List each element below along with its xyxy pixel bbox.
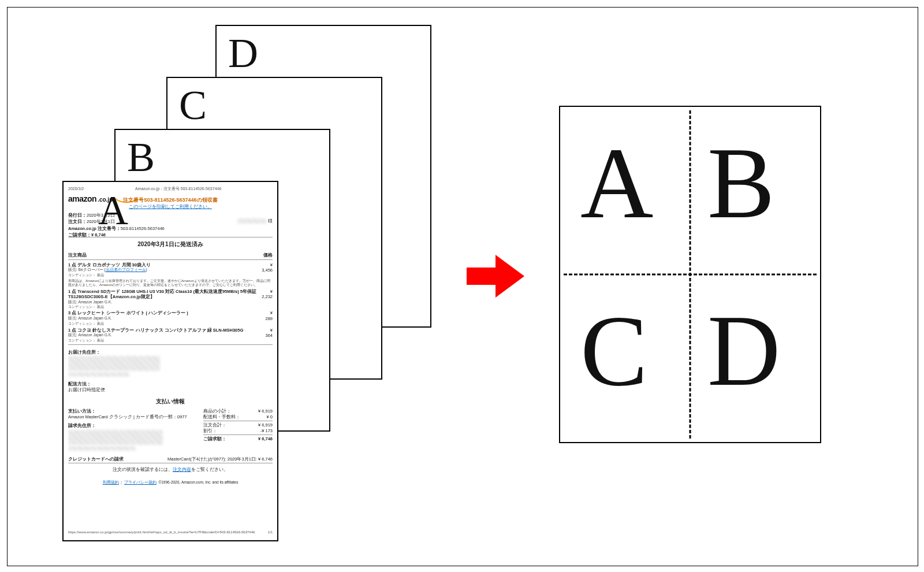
- order-item: 1 点 コクヨ 針なしステープラー ハリナックス コンパクトアルファ 緑 SLN…: [68, 328, 273, 339]
- item-currency: ¥: [270, 310, 273, 315]
- page-label-c: C: [179, 81, 207, 129]
- grand-label: ご請求額：: [203, 436, 226, 441]
- page-stack: D C B A 2020/3/2 Amazon.co.jp - 注文番号 503…: [62, 25, 432, 551]
- order-date-label: 注文日：: [68, 219, 87, 224]
- shipping-label: 配送料・手数料：: [203, 414, 240, 419]
- item-name: 1 点 コクヨ 針なしステープラー ハリナックス コンパクトアルファ 緑 SLN…: [68, 328, 243, 333]
- payment-heading: 支払い情報: [68, 398, 273, 406]
- order-details-link: 注文内容: [173, 467, 191, 472]
- item-condition: コンディション： 新品: [68, 339, 273, 343]
- amazon-logo-text: amazon: [68, 194, 96, 205]
- sample-receipt: 2020/3/2 Amazon.co.jp - 注文番号 503-8114526…: [68, 187, 273, 536]
- fold-line-horizontal: [564, 274, 817, 276]
- cc-charge-value: MasterCard(下4けた)が0977): 2020年3月1日: ¥ 6,7…: [167, 456, 273, 462]
- ship-to-redacted: [68, 356, 160, 371]
- item-seller: 販売: Amazon Japan G.K.: [68, 300, 258, 304]
- seller-profile-link: 出品者のプロフィール: [106, 268, 146, 272]
- bill-to-redacted-2: [68, 446, 136, 451]
- confirm-suffix: をご覧ください。: [191, 467, 228, 472]
- footer-sep: |: [121, 480, 122, 484]
- billed-label: ご請求額：: [68, 232, 91, 237]
- order-item: 3 点 レックヒート シーラー ホワイト ( ハンディシーラー ) 販売: Am…: [68, 310, 273, 321]
- item-price: 3,456: [262, 268, 273, 273]
- shipping-value: ¥ 0: [267, 414, 273, 419]
- diagram-frame: D C B A 2020/3/2 Amazon.co.jp - 注文番号 503…: [7, 7, 918, 566]
- item-currency: ¥: [270, 328, 273, 333]
- receipt-header-center: Amazon.co.jp - 注文番号 503-8114526-5637446: [135, 187, 221, 192]
- item-seller-prefix: 販売: Beクローバー (: [68, 268, 106, 272]
- subtotal-value: ¥ 6,919: [258, 408, 273, 414]
- customer-name-redacted: xxxx: [237, 218, 267, 224]
- copyright-text: ©1996-2020, Amazon.com, Inc. and its aff…: [158, 480, 238, 484]
- item-currency: ¥: [270, 262, 273, 268]
- bill-to-label: 請求先住所：: [68, 423, 96, 428]
- item-condition: コンディション： 新品: [68, 273, 273, 278]
- cc-charge-label: クレジットカードへの請求: [68, 456, 124, 462]
- receipt-print-date: 2020/3/2: [68, 187, 84, 192]
- discount-value: -¥ 173: [260, 428, 273, 433]
- item-name: 3 点 レックヒート シーラー ホワイト ( ハンディシーラー ): [68, 310, 188, 315]
- page-label-d: D: [228, 29, 258, 77]
- discount-label: 割引：: [203, 428, 217, 433]
- subtotal-label: 商品の小計：: [203, 408, 231, 414]
- page-number: 1/1: [268, 530, 273, 535]
- item-name: 1 点 デルタ ロカボナッツ 月間 30袋入り: [68, 262, 151, 268]
- combined-page: A B C D: [559, 106, 821, 443]
- privacy-link: プライバシー規約: [124, 480, 157, 484]
- grand-value: ¥ 6,746: [258, 436, 273, 441]
- quadrant-label-b: B: [707, 133, 775, 234]
- footer-url: https://www.amazon.co.jp/gp/css/summary/…: [68, 530, 255, 535]
- order-total-label: 注文合計：: [203, 422, 226, 428]
- item-condition: コンディション： 新品: [68, 305, 273, 310]
- ship-method-label: 配送方法：: [68, 381, 273, 387]
- confirm-prefix: 注文の状況を確認するには、: [113, 467, 173, 472]
- page-label-b: B: [127, 133, 155, 181]
- item-price: 289: [265, 316, 273, 321]
- arrow-icon: [464, 250, 527, 302]
- quadrant-label-a: A: [580, 133, 653, 234]
- col-price: 価格: [263, 252, 273, 258]
- order-item: 1 点 Transcend SDカード 128GB UHS-I U3 V30 対…: [68, 289, 273, 304]
- item-price: 2,232: [262, 294, 273, 299]
- order-total-value: ¥ 6,919: [258, 422, 273, 428]
- item-name: 1 点 Transcend SDカード 128GB UHS-I U3 V30 対…: [68, 289, 256, 299]
- quadrant-label-c: C: [580, 300, 648, 402]
- pay-method-value: Amazon MasterCard クラシック | カード番号の一部：0977: [68, 414, 187, 419]
- ship-method-value: お届け日時指定便: [68, 387, 273, 392]
- terms-link: 利用規約: [103, 480, 119, 484]
- item-seller: 販売: Amazon Japan G.K.: [68, 333, 262, 337]
- bill-to-redacted: [68, 430, 163, 445]
- col-items: 注文商品: [68, 252, 87, 258]
- pay-method-label: 支払い方法：: [68, 408, 96, 414]
- item-condition: コンディション： 新品: [68, 322, 273, 326]
- item-seller: 販売: Amazon Japan G.K.: [68, 316, 262, 321]
- item-price: 364: [265, 333, 273, 338]
- order-item: 1 点 デルタ ロカボナッツ 月間 30袋入り 販売: Beクローバー (出品者…: [68, 262, 273, 273]
- ship-to-redacted-2: [68, 372, 129, 377]
- page-label-a: A: [98, 187, 128, 235]
- item-currency: ¥: [270, 289, 273, 294]
- ship-to-label: お届け先住所：: [68, 350, 273, 355]
- honorific: 様: [268, 218, 273, 224]
- item-fulfillment-note: 本商品は、Amazonにより在庫管理されております。ご注文後、速やかにAmazo…: [68, 279, 273, 288]
- stacked-page-a: A 2020/3/2 Amazon.co.jp - 注文番号 503-81145…: [62, 181, 278, 541]
- quadrant-label-d: D: [707, 300, 780, 402]
- issued-label: 発行日：: [68, 213, 87, 218]
- item-seller-suffix: ): [146, 268, 147, 272]
- shipped-heading: 2020年3月1日に発送済み: [68, 241, 273, 248]
